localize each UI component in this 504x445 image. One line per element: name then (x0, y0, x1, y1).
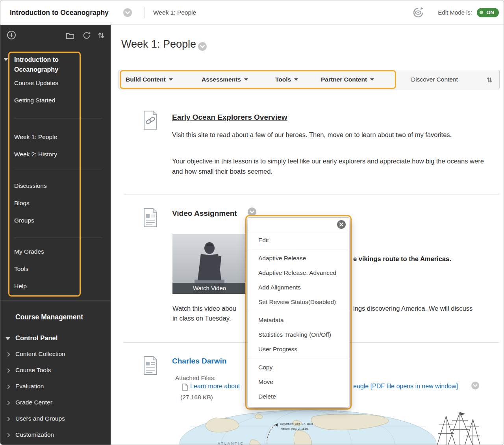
attached-files-label: Attached Files: (175, 375, 216, 382)
map-return-label: Return: Aug. 2, 1836 (281, 427, 308, 430)
chevron-down-circle-icon (471, 382, 479, 389)
up-down-arrows-icon (97, 31, 105, 40)
chevron-down-icon (294, 78, 298, 81)
up-down-arrows-icon (486, 76, 493, 84)
menu-item-adaptive-release-advanced[interactable]: Adaptive Release: Advanced (248, 265, 349, 280)
control-panel-triangle-icon (6, 337, 10, 340)
video-thumbnail[interactable]: Watch Video (172, 234, 246, 294)
chevron-down-icon (169, 78, 173, 81)
plus-circle-icon (7, 30, 16, 40)
video-text-line1-right: ings discovering America. We will discus… (353, 305, 472, 312)
student-preview-button[interactable] (411, 7, 426, 19)
tools-button[interactable]: Tools (275, 70, 298, 89)
discover-content-button[interactable]: Discover Content (411, 70, 458, 89)
page-title-menu-button[interactable] (198, 42, 207, 51)
refresh-icon (82, 31, 91, 40)
partner-content-label: Partner Content (321, 76, 367, 83)
sidebar-item-course-updates[interactable]: Course Updates (14, 74, 103, 92)
context-menu-group: Metadata Statistics Tracking (On/Off) Us… (248, 311, 349, 358)
pdf-link-menu-button[interactable] (471, 382, 479, 391)
course-sidebar: Introduction to Oceanography Course Upda… (0, 25, 111, 445)
edit-mode-dot-icon (480, 11, 483, 14)
sidebar-item-week2[interactable]: Week 2: History (14, 146, 103, 163)
overview-item-link[interactable]: Early Ocean Explorers Overview (172, 113, 287, 122)
annotation-context-menu-highlight: Edit Adaptive Release Adaptive Release: … (245, 215, 352, 410)
folder-view-button[interactable] (66, 32, 74, 41)
keyboard-reorder-button[interactable] (97, 31, 105, 41)
voyage-map-image: Departure: Dec. 27, 1831 Return: Aug. 2,… (178, 409, 437, 445)
sidebar-item-course-home[interactable]: Introduction to Oceanography (14, 55, 73, 74)
sidebar-item-groups[interactable]: Groups (14, 212, 103, 229)
sidebar-item-my-grades[interactable]: My Grades (14, 243, 103, 260)
file-size: (27.168 KB) (180, 394, 213, 401)
pdf-link-right-fragment[interactable]: eagle [PDF file opens in new window] (353, 383, 458, 390)
folder-icon (66, 32, 74, 39)
context-menu-group: Edit (248, 231, 349, 249)
menu-item-copy[interactable]: Copy (248, 360, 349, 375)
menu-divider (14, 170, 102, 170)
pdf-link-left-fragment[interactable]: Learn more about (190, 383, 240, 390)
sidebar-item-week1[interactable]: Week 1: People (14, 128, 103, 146)
chevron-right-icon (6, 368, 10, 373)
menu-item-add-alignments[interactable]: Add Alignments (248, 280, 349, 295)
menu-item-statistics-tracking[interactable]: Statistics Tracking (On/Off) (248, 327, 349, 342)
add-menu-item-button[interactable] (7, 30, 16, 41)
menu-item-delete[interactable]: Delete (248, 389, 349, 404)
menu-item-move[interactable]: Move (248, 375, 349, 389)
chevron-right-icon (6, 433, 10, 437)
sidebar-item-discussions[interactable]: Discussions (14, 177, 103, 195)
sidebar-item-help[interactable]: Help (14, 278, 103, 295)
video-caption: Watch Video (172, 283, 246, 294)
action-bar: Build Content Assessments Tools Partner … (119, 70, 500, 89)
close-circle-icon (337, 220, 346, 229)
menu-item-adaptive-release[interactable]: Adaptive Release (248, 251, 349, 265)
partner-content-button[interactable]: Partner Content (321, 70, 374, 89)
edit-mode-value: ON (487, 9, 495, 15)
blackboard-course-page: Introduction to Oceanography Week 1: Peo… (0, 0, 504, 445)
course-title: Introduction to Oceanography (10, 0, 109, 25)
menu-item-metadata[interactable]: Metadata (248, 313, 349, 327)
sidebar-item-getting-started[interactable]: Getting Started (14, 92, 103, 109)
menu-item-edit[interactable]: Edit (248, 233, 349, 247)
header-divider (145, 7, 145, 18)
build-content-button[interactable]: Build Content (126, 70, 173, 89)
sidebar-item-users-and-groups[interactable]: Users and Groups (15, 415, 65, 422)
refresh-button[interactable] (82, 31, 91, 41)
document-link-icon (143, 111, 158, 130)
document-text-icon (143, 208, 158, 227)
sidebar-item-content-collection[interactable]: Content Collection (15, 350, 65, 358)
sidebar-item-blogs[interactable]: Blogs (14, 195, 103, 212)
sidebar-item-customization[interactable]: Customization (15, 431, 54, 438)
reorder-items-button[interactable] (486, 76, 493, 86)
document-text-icon (143, 356, 158, 375)
close-menu-button[interactable] (337, 220, 346, 229)
menu-item-user-progress[interactable]: User Progress (248, 342, 349, 356)
chevron-down-circle-icon (198, 42, 207, 51)
assessments-label: Assessments (202, 76, 241, 83)
student-preview-eye-icon (411, 7, 426, 19)
edit-mode-label: Edit Mode is: (438, 0, 472, 25)
map-ocean-label: ATLANTIC (218, 441, 244, 445)
edit-mode-toggle[interactable]: ON (477, 8, 499, 17)
chevron-right-icon (6, 352, 10, 356)
item-divider (124, 195, 499, 195)
video-assignment-title: Video Assignment (172, 209, 237, 218)
sidebar-item-tools[interactable]: Tools (14, 260, 103, 278)
top-header: Introduction to Oceanography Week 1: Peo… (0, 0, 504, 25)
context-menu-group: Copy Move Delete (248, 358, 349, 405)
chevron-down-circle-icon (123, 8, 132, 17)
menu-item-set-review-status[interactable]: Set Review Status(Disabled) (248, 295, 349, 309)
sidebar-item-control-panel[interactable]: Control Panel (15, 334, 57, 342)
page-title: Week 1: People (121, 38, 196, 50)
sidebar-item-course-tools[interactable]: Course Tools (15, 367, 51, 374)
sidebar-item-grade-center[interactable]: Grade Center (15, 399, 52, 406)
charles-darwin-link[interactable]: Charles Darwin (172, 357, 226, 365)
sidebar-item-evaluation[interactable]: Evaluation (15, 383, 44, 390)
assessments-button[interactable]: Assessments (202, 70, 248, 89)
course-title-menu-button[interactable] (123, 8, 132, 17)
collapse-menu-triangle-icon[interactable] (4, 58, 8, 61)
chevron-right-icon (6, 400, 10, 405)
menu-divider (14, 119, 102, 119)
map-departure-label: Departure: Dec. 27, 1831 (280, 422, 313, 426)
tools-label: Tools (275, 76, 291, 83)
